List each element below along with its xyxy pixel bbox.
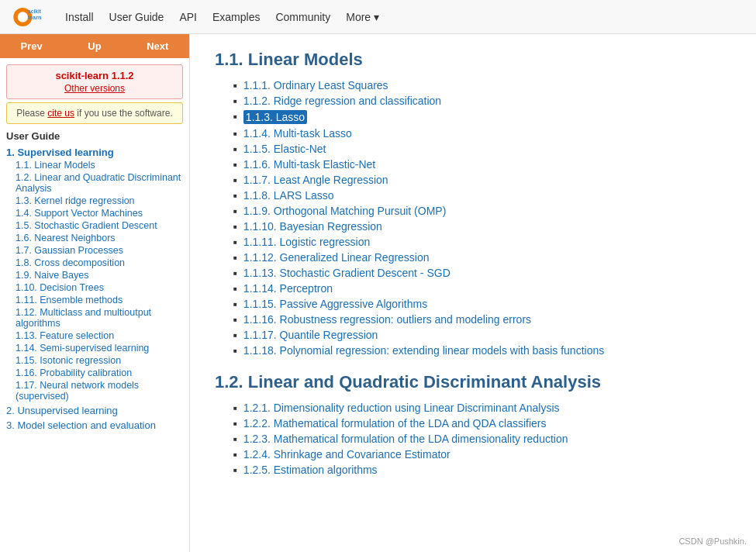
user-guide-label: User Guide (6, 130, 183, 142)
svg-text:learn: learn (28, 13, 42, 20)
list-item: 1.1.7. Least Angle Regression (233, 174, 731, 186)
list-item: 1.2.4. Shrinkage and Covariance Estimato… (233, 448, 731, 461)
version-box: scikit-learn 1.1.2 Other versions (6, 64, 183, 99)
list-item: 1.1.11. Logistic regression (233, 236, 731, 248)
link-1-1-6[interactable]: 1.1.6. Multi-task Elastic-Net (243, 158, 375, 171)
main-content: 1.1. Linear Models 1.1.1. Ordinary Least… (190, 34, 756, 552)
sidebar-nav-buttons: Prev Up Next (0, 34, 189, 58)
link-1-1-11[interactable]: 1.1.11. Logistic regression (243, 236, 370, 248)
list-item: 1.2.5. Estimation algorithms (233, 464, 731, 476)
link-1-1-12[interactable]: 1.1.12. Generalized Linear Regression (243, 251, 430, 264)
link-1-1-14[interactable]: 1.1.14. Perceptron (243, 282, 333, 295)
list-item: 1.1.13. Stochastic Gradient Descent - SG… (233, 267, 731, 279)
nav-examples[interactable]: Examples (212, 11, 260, 23)
link-1-2-1[interactable]: 1.2.1. Dimensionality reduction using Li… (243, 402, 560, 414)
list-item: 1.1.2. Ridge regression and classificati… (233, 95, 731, 107)
list-item: 1.1.1. Ordinary Least Squares (233, 79, 731, 91)
list-item: 1.2.2. Mathematical formulation of the L… (233, 417, 731, 430)
list-item: 1.1.8. LARS Lasso (233, 189, 731, 202)
cite-text-before: Please (16, 108, 47, 119)
sidebar-section2[interactable]: 2. Unsupervised learning (6, 405, 183, 416)
link-1-1-17[interactable]: 1.1.17. Quantile Regression (243, 329, 378, 341)
svg-text:scikit: scikit (28, 8, 42, 13)
link-1-1-7[interactable]: 1.1.7. Least Angle Regression (243, 174, 388, 186)
section1-list: 1.1.1. Ordinary Least Squares 1.1.2. Rid… (233, 79, 731, 357)
sidebar-section3[interactable]: 3. Model selection and evaluation (6, 419, 183, 431)
sidebar-item-1-11[interactable]: 1.11. Ensemble methods (16, 295, 183, 305)
svg-point-1 (18, 12, 28, 22)
nav-community[interactable]: Community (275, 11, 330, 23)
nav-install[interactable]: Install (65, 11, 94, 23)
list-item: 1.2.3. Mathematical formulation of the L… (233, 433, 731, 445)
nav-api[interactable]: API (179, 11, 197, 23)
nav-menu: Install User Guide API Examples Communit… (65, 11, 379, 23)
sidebar-item-1-7[interactable]: 1.7. Gaussian Processes (16, 245, 183, 256)
cite-link[interactable]: cite us (47, 108, 74, 119)
list-item: 1.1.5. Elastic-Net (233, 143, 731, 155)
main-layout: Prev Up Next scikit-learn 1.1.2 Other ve… (0, 34, 756, 552)
sidebar-item-1-14[interactable]: 1.14. Semi-supervised learning (16, 343, 183, 354)
link-1-1-18[interactable]: 1.1.18. Polynomial regression: extending… (243, 344, 604, 357)
list-item: 1.1.9. Orthogonal Matching Pursuit (OMP) (233, 205, 731, 217)
nav-user-guide[interactable]: User Guide (109, 11, 164, 23)
link-1-1-16[interactable]: 1.1.16. Robustness regression: outliers … (243, 313, 531, 326)
sidebar-item-1-5[interactable]: 1.5. Stochastic Gradient Descent (16, 220, 183, 231)
link-1-2-5[interactable]: 1.2.5. Estimation algorithms (243, 464, 378, 476)
watermark: CSDN @Pushkin. (678, 536, 747, 546)
sidebar-item-1-4[interactable]: 1.4. Support Vector Machines (16, 208, 183, 219)
link-1-1-3[interactable]: 1.1.3. Lasso (243, 110, 307, 124)
version-title: scikit-learn 1.1.2 (12, 70, 178, 81)
list-item: 1.1.17. Quantile Regression (233, 329, 731, 341)
link-1-2-2[interactable]: 1.2.2. Mathematical formulation of the L… (243, 417, 547, 430)
list-item: 1.1.6. Multi-task Elastic-Net (233, 158, 731, 171)
list-item: 1.1.10. Bayesian Regression (233, 220, 731, 233)
list-item: 1.1.18. Polynomial regression: extending… (233, 344, 731, 357)
sidebar: Prev Up Next scikit-learn 1.1.2 Other ve… (0, 34, 190, 552)
next-button[interactable]: Next (126, 34, 189, 58)
link-1-1-4[interactable]: 1.1.4. Multi-task Lasso (243, 127, 352, 140)
section1-title: 1.1. Linear Models (215, 50, 731, 70)
sidebar-item-1-6[interactable]: 1.6. Nearest Neighbors (16, 233, 183, 243)
link-1-2-3[interactable]: 1.2.3. Mathematical formulation of the L… (243, 433, 568, 445)
link-1-1-1[interactable]: 1.1.1. Ordinary Least Squares (243, 79, 388, 91)
link-1-1-15[interactable]: 1.1.15. Passive Aggressive Algorithms (243, 298, 427, 310)
sidebar-section1[interactable]: 1. Supervised learning (6, 147, 183, 158)
sidebar-item-1-17[interactable]: 1.17. Neural network models (supervised) (16, 380, 183, 402)
other-versions-link[interactable]: Other versions (64, 83, 125, 94)
section2-list: 1.2.1. Dimensionality reduction using Li… (233, 402, 731, 476)
sidebar-item-1-8[interactable]: 1.8. Cross decomposition (16, 257, 183, 268)
link-1-1-5[interactable]: 1.1.5. Elastic-Net (243, 143, 326, 155)
sidebar-item-1-12[interactable]: 1.12. Multiclass and multioutput algorit… (16, 307, 183, 329)
list-item: 1.1.15. Passive Aggressive Algorithms (233, 298, 731, 310)
up-button[interactable]: Up (63, 34, 126, 58)
link-1-2-4[interactable]: 1.2.4. Shrinkage and Covariance Estimato… (243, 448, 450, 461)
nav-more[interactable]: More (346, 11, 379, 23)
sidebar-item-1-9[interactable]: 1.9. Naive Bayes (16, 270, 183, 281)
sidebar-item-1-3[interactable]: 1.3. Kernel ridge regression (16, 195, 183, 206)
list-item: 1.1.16. Robustness regression: outliers … (233, 313, 731, 326)
section2-title: 1.2. Linear and Quadratic Discriminant A… (215, 372, 731, 392)
link-1-1-9[interactable]: 1.1.9. Orthogonal Matching Pursuit (OMP) (243, 205, 446, 217)
sidebar-content: User Guide 1. Supervised learning 1.1. L… (0, 130, 189, 445)
cite-box: Please cite us if you use the software. (6, 102, 183, 124)
list-item: 1.1.3. Lasso (233, 110, 731, 124)
sidebar-item-1-2[interactable]: 1.2. Linear and Quadratic Discriminant A… (16, 172, 183, 194)
list-item: 1.1.14. Perceptron (233, 282, 731, 295)
logo[interactable]: scikit learn (12, 2, 47, 33)
sidebar-item-1-10[interactable]: 1.10. Decision Trees (16, 282, 183, 293)
link-1-1-13[interactable]: 1.1.13. Stochastic Gradient Descent - SG… (243, 267, 450, 279)
sidebar-item-1-15[interactable]: 1.15. Isotonic regression (16, 355, 183, 366)
link-1-1-8[interactable]: 1.1.8. LARS Lasso (243, 189, 334, 202)
list-item: 1.1.12. Generalized Linear Regression (233, 251, 731, 264)
link-1-1-10[interactable]: 1.1.10. Bayesian Regression (243, 220, 382, 233)
top-navigation: scikit learn Install User Guide API Exam… (0, 0, 756, 34)
cite-text-after: if you use the software. (74, 108, 173, 119)
sidebar-item-1-1[interactable]: 1.1. Linear Models (16, 160, 183, 171)
list-item: 1.1.4. Multi-task Lasso (233, 127, 731, 140)
list-item: 1.2.1. Dimensionality reduction using Li… (233, 402, 731, 414)
sidebar-item-1-13[interactable]: 1.13. Feature selection (16, 330, 183, 341)
link-1-1-2[interactable]: 1.1.2. Ridge regression and classificati… (243, 95, 441, 107)
sidebar-item-1-16[interactable]: 1.16. Probability calibration (16, 367, 183, 378)
prev-button[interactable]: Prev (0, 34, 63, 58)
